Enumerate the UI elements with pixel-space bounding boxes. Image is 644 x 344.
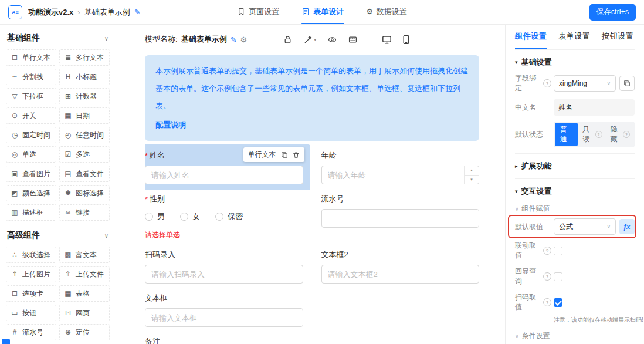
sidebar-item-view-image[interactable]: ▣查看图片 bbox=[6, 166, 56, 182]
sidebar-item-rich-text[interactable]: ▩富文本 bbox=[59, 247, 110, 263]
sidebar-item-webpage[interactable]: ⊡网页 bbox=[59, 305, 110, 321]
age-input[interactable] bbox=[321, 166, 480, 184]
sidebar-item-multi-line-text[interactable]: ≣多行文本 bbox=[59, 49, 110, 66]
keyboard-icon[interactable] bbox=[348, 35, 357, 44]
scan-value-checkbox[interactable] bbox=[554, 298, 562, 307]
tab-page-settings[interactable]: 页面设置 bbox=[237, 0, 279, 24]
name-field[interactable]: 单行文本 * 姓名 bbox=[145, 144, 310, 190]
copy-field-icon[interactable] bbox=[281, 151, 288, 158]
name-input[interactable] bbox=[145, 166, 303, 184]
section-interaction-settings[interactable]: ▾ 交互设置 bbox=[515, 178, 635, 203]
help-icon[interactable]: ? bbox=[623, 131, 630, 138]
config-help-link[interactable]: 配置说明 bbox=[155, 116, 186, 134]
sidebar-item-view-file[interactable]: ▤查看文件 bbox=[59, 166, 110, 182]
state-normal-option[interactable]: 普通 bbox=[555, 123, 578, 146]
canvas-header: 模型名称: 基础表单示例 ✎ ⚙ ▾ bbox=[116, 25, 505, 54]
stepper-up-icon[interactable]: ▴ bbox=[465, 166, 479, 176]
textbox2-field[interactable]: 文本框2 bbox=[321, 249, 480, 284]
serial-number-input[interactable] bbox=[321, 209, 480, 228]
sidebar-item-icon-picker[interactable]: ✱图标选择 bbox=[59, 185, 110, 201]
subsection-condition-settings[interactable]: ∨ 条件设置 bbox=[515, 330, 635, 344]
save-button[interactable]: 保存ctrl+s bbox=[589, 4, 636, 21]
sidebar-item-switch[interactable]: ⊙开关 bbox=[6, 107, 56, 124]
floating-widget[interactable] bbox=[2, 339, 10, 344]
cn-name-input[interactable] bbox=[554, 99, 635, 116]
sidebar-item-select[interactable]: ▽下拉框 bbox=[6, 88, 56, 104]
help-icon[interactable]: ? bbox=[543, 247, 551, 255]
state-readonly-option[interactable]: 只读 ? bbox=[579, 123, 605, 146]
copy-binding-button[interactable] bbox=[619, 76, 635, 91]
state-hidden-option[interactable]: 隐藏 ? bbox=[607, 123, 633, 146]
sidebar-item-description[interactable]: ▥描述框 bbox=[6, 204, 56, 221]
sidebar-item-serial-number[interactable]: #流水号 bbox=[6, 324, 56, 340]
linkage-checkbox[interactable] bbox=[554, 247, 562, 255]
sidebar-item-counter[interactable]: ⊞计数器 bbox=[59, 88, 110, 104]
radio-male[interactable]: 男 bbox=[145, 211, 165, 222]
sidebar-item-radio[interactable]: ◎单选 bbox=[6, 146, 56, 163]
serial-number-field[interactable]: 流水号 bbox=[321, 194, 480, 240]
group-basic-components[interactable]: 基础组件 ∨ bbox=[6, 31, 110, 49]
sidebar-item-cascade-select[interactable]: ∴级联选择 bbox=[6, 247, 56, 263]
sidebar-item-button[interactable]: ▭按钮 bbox=[6, 305, 56, 321]
desktop-preview-icon[interactable] bbox=[382, 35, 392, 45]
select-value: xingMing bbox=[559, 79, 587, 87]
group-advanced-components[interactable]: 高级组件 ∨ bbox=[6, 228, 110, 247]
edit-model-icon[interactable]: ✎ bbox=[231, 35, 237, 44]
preview-eye-icon[interactable] bbox=[328, 35, 337, 44]
section-basic-settings[interactable]: ▾ 基础设置 bbox=[515, 50, 635, 73]
tablet-preview-icon[interactable] bbox=[401, 35, 411, 45]
tab-button-settings[interactable]: 按钮设置 bbox=[602, 25, 633, 49]
sidebar-item-location[interactable]: ⊕定位 bbox=[59, 324, 110, 340]
sidebar-item-tabs[interactable]: ⊟选项卡 bbox=[6, 285, 56, 302]
tab-data-settings[interactable]: ⚙ 数据设置 bbox=[366, 0, 407, 24]
tab-component-settings[interactable]: 组件设置 bbox=[515, 25, 547, 49]
sidebar-item-upload-image[interactable]: ↥上传图片 bbox=[6, 266, 56, 282]
sidebar-item-checkbox[interactable]: ☑多选 bbox=[59, 146, 110, 163]
sidebar-item-subtitle[interactable]: H小标题 bbox=[59, 69, 110, 85]
caret-down-icon: ▾ bbox=[515, 188, 518, 194]
gender-field[interactable]: * 性别 男 女 保密 请选择单选 bbox=[145, 194, 303, 240]
lock-icon[interactable] bbox=[283, 35, 292, 44]
echo-query-checkbox[interactable] bbox=[554, 272, 562, 281]
component-label: 按钮 bbox=[22, 308, 36, 318]
help-icon[interactable]: ? bbox=[543, 272, 551, 281]
radio-secret[interactable]: 保密 bbox=[215, 211, 243, 222]
default-value-select[interactable]: 公式 ∨ bbox=[554, 218, 616, 235]
textbox2-input[interactable] bbox=[321, 265, 480, 284]
radio-female[interactable]: 女 bbox=[180, 211, 200, 222]
help-icon[interactable]: ? bbox=[595, 131, 602, 138]
breadcrumb-app[interactable]: 功能演示v2.x bbox=[28, 7, 73, 18]
section-extended-features[interactable]: ▸ 扩展功能 bbox=[515, 153, 635, 177]
component-label: 描述框 bbox=[22, 208, 43, 218]
sidebar-item-link[interactable]: ∞链接 bbox=[59, 204, 110, 221]
model-settings-gear-icon[interactable]: ⚙ bbox=[240, 35, 248, 44]
sidebar-item-table[interactable]: ▦表格 bbox=[59, 285, 110, 302]
textbox-field[interactable]: 文本框 bbox=[145, 293, 303, 327]
field-bind-select[interactable]: xingMing ∨ bbox=[554, 75, 616, 92]
tab-form-settings[interactable]: 表单设置 bbox=[558, 25, 590, 49]
app-logo-icon[interactable]: A≡ bbox=[8, 5, 22, 19]
delete-field-icon[interactable] bbox=[293, 151, 300, 158]
remark-field[interactable]: 备注 bbox=[145, 336, 479, 344]
chevron-down-icon: ∨ bbox=[606, 80, 611, 86]
formula-fx-button[interactable]: fx bbox=[619, 219, 635, 234]
sidebar-item-single-line-text[interactable]: ⊟单行文本 bbox=[6, 49, 56, 66]
sidebar-item-upload-file[interactable]: ⇧上传文件 bbox=[59, 266, 110, 282]
age-field[interactable]: 年龄 ▴ ▾ bbox=[321, 150, 480, 184]
subsection-component-assign[interactable]: ∨ 组件赋值 bbox=[515, 203, 635, 218]
help-icon[interactable]: ? bbox=[543, 79, 551, 87]
sidebar-item-divider[interactable]: ┉分割线 bbox=[6, 69, 56, 85]
sidebar-item-date[interactable]: ▦日期 bbox=[59, 107, 110, 124]
help-icon[interactable]: ? bbox=[543, 298, 551, 306]
edit-title-icon[interactable]: ✎ bbox=[134, 8, 141, 16]
tab-form-design[interactable]: 表单设计 bbox=[301, 0, 344, 24]
model-name-group: 模型名称: 基础表单示例 ✎ ⚙ bbox=[145, 34, 247, 45]
scan-entry-input[interactable] bbox=[145, 265, 303, 284]
textbox-input[interactable] bbox=[145, 308, 303, 327]
sidebar-item-fixed-time[interactable]: ◷固定时间 bbox=[6, 127, 56, 143]
stepper-down-icon[interactable]: ▾ bbox=[465, 176, 479, 184]
magic-wand-dropdown-icon[interactable]: ▾ bbox=[304, 35, 316, 44]
sidebar-item-any-time[interactable]: ◴任意时间 bbox=[59, 127, 110, 143]
sidebar-item-color-picker[interactable]: ◩颜色选择 bbox=[6, 185, 56, 201]
scan-entry-field[interactable]: 扫码录入 bbox=[145, 249, 303, 284]
